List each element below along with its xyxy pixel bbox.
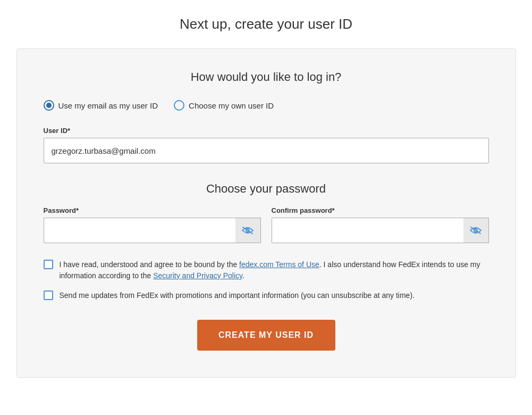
terms-of-use-link[interactable]: fedex.com Terms of Use	[239, 260, 319, 269]
password-input-container	[44, 218, 261, 243]
password-section-title: Choose your password	[44, 182, 489, 196]
page-title: Next up, create your user ID	[180, 16, 352, 32]
terms-checkbox-option: I have read, understood and agree to be …	[44, 259, 489, 281]
radio-option-custom[interactable]: Choose my own user ID	[174, 100, 274, 111]
userid-label: User ID*	[44, 127, 489, 135]
confirm-password-input[interactable]	[272, 218, 489, 243]
userid-field-group: User ID*	[44, 127, 489, 163]
eye-slash-icon	[242, 226, 254, 235]
radio-custom-label: Choose my own user ID	[189, 101, 274, 110]
create-user-id-button[interactable]: CREATE MY USER ID	[197, 320, 335, 351]
terms-label: I have read, understood and agree to be …	[60, 259, 489, 281]
password-input[interactable]	[44, 218, 261, 243]
checkbox-group: I have read, understood and agree to be …	[44, 259, 489, 301]
login-section-title: How would you like to log in?	[44, 70, 489, 84]
confirm-password-field-group: Confirm password*	[272, 206, 489, 243]
radio-option-email[interactable]: Use my email as my user ID	[44, 100, 158, 111]
radio-email-label: Use my email as my user ID	[58, 101, 158, 110]
confirm-password-input-container	[272, 218, 489, 243]
eye-slash-icon-confirm	[470, 226, 482, 235]
confirm-password-label: Confirm password*	[272, 206, 489, 214]
updates-checkbox[interactable]	[44, 290, 53, 300]
toggle-confirm-password-button[interactable]	[463, 218, 489, 243]
updates-label: Send me updates from FedEx with promotio…	[60, 290, 415, 301]
main-card: How would you like to log in? Use my ema…	[16, 48, 516, 378]
password-label: Password*	[44, 206, 261, 214]
toggle-password-button[interactable]	[235, 218, 261, 243]
radio-custom-input[interactable]	[174, 100, 184, 111]
password-field-group: Password*	[44, 206, 261, 243]
radio-email-input[interactable]	[44, 100, 54, 111]
privacy-policy-link[interactable]: Security and Privacy Policy	[153, 271, 242, 280]
userid-input[interactable]	[44, 138, 489, 163]
updates-checkbox-option: Send me updates from FedEx with promotio…	[44, 290, 489, 301]
password-row: Password* Confirm password*	[44, 206, 489, 243]
radio-group: Use my email as my user ID Choose my own…	[44, 100, 489, 111]
terms-checkbox[interactable]	[44, 260, 53, 269]
